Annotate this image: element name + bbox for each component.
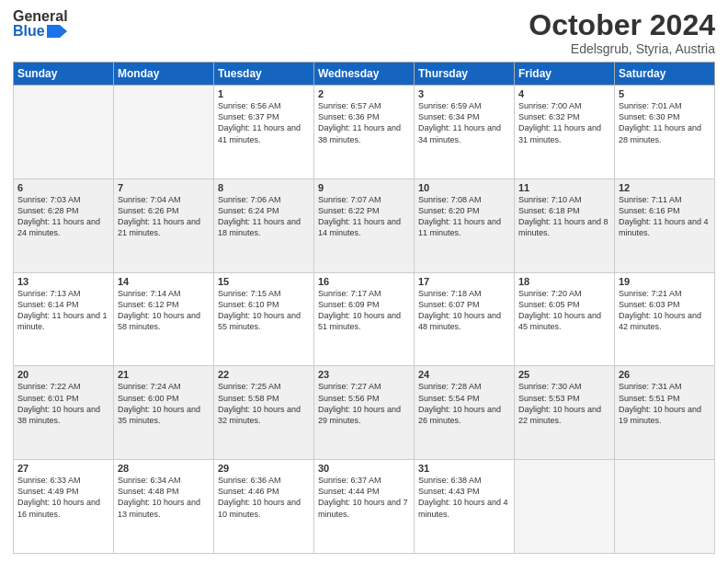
day-info: Sunrise: 7:15 AM Sunset: 6:10 PM Dayligh… — [218, 288, 310, 333]
calendar-cell — [615, 460, 715, 554]
calendar-cell: 12Sunrise: 7:11 AM Sunset: 6:16 PM Dayli… — [615, 178, 715, 272]
month-title: October 2024 — [529, 9, 715, 41]
calendar-cell: 2Sunrise: 6:57 AM Sunset: 6:36 PM Daylig… — [314, 86, 415, 179]
day-info: Sunrise: 7:17 AM Sunset: 6:09 PM Dayligh… — [318, 288, 410, 333]
day-info: Sunrise: 7:22 AM Sunset: 6:01 PM Dayligh… — [17, 381, 109, 426]
day-number: 26 — [619, 369, 711, 380]
day-header-wednesday: Wednesday — [314, 63, 415, 86]
day-number: 6 — [17, 182, 109, 193]
day-info: Sunrise: 6:34 AM Sunset: 4:48 PM Dayligh… — [118, 475, 210, 520]
calendar-cell: 16Sunrise: 7:17 AM Sunset: 6:09 PM Dayli… — [314, 272, 415, 366]
day-number: 9 — [318, 182, 410, 193]
calendar-cell: 5Sunrise: 7:01 AM Sunset: 6:30 PM Daylig… — [615, 86, 715, 179]
day-number: 7 — [118, 182, 210, 193]
logo-general: General — [13, 9, 68, 24]
day-number: 13 — [17, 276, 109, 287]
calendar-cell: 3Sunrise: 6:59 AM Sunset: 6:34 PM Daylig… — [415, 86, 515, 179]
calendar-cell — [114, 86, 214, 179]
calendar-cell: 29Sunrise: 6:36 AM Sunset: 4:46 PM Dayli… — [214, 460, 314, 554]
day-number: 29 — [218, 463, 310, 474]
day-number: 30 — [318, 463, 410, 474]
day-number: 23 — [318, 369, 410, 380]
day-number: 14 — [118, 276, 210, 287]
calendar-cell: 10Sunrise: 7:08 AM Sunset: 6:20 PM Dayli… — [415, 178, 515, 272]
day-number: 27 — [17, 463, 109, 474]
day-number: 3 — [418, 88, 510, 99]
calendar-cell: 6Sunrise: 7:03 AM Sunset: 6:28 PM Daylig… — [14, 178, 114, 272]
day-header-thursday: Thursday — [415, 63, 515, 86]
day-info: Sunrise: 7:08 AM Sunset: 6:20 PM Dayligh… — [418, 194, 510, 239]
day-info: Sunrise: 6:59 AM Sunset: 6:34 PM Dayligh… — [418, 100, 510, 145]
page: General Blue October 2024 Edelsgrub, Sty… — [0, 0, 728, 563]
day-header-saturday: Saturday — [615, 63, 715, 86]
calendar-cell: 26Sunrise: 7:31 AM Sunset: 5:51 PM Dayli… — [615, 366, 715, 460]
day-info: Sunrise: 7:04 AM Sunset: 6:26 PM Dayligh… — [118, 194, 210, 239]
calendar-cell: 20Sunrise: 7:22 AM Sunset: 6:01 PM Dayli… — [14, 366, 114, 460]
calendar-cell: 9Sunrise: 7:07 AM Sunset: 6:22 PM Daylig… — [314, 178, 415, 272]
day-number: 24 — [418, 369, 510, 380]
day-info: Sunrise: 7:07 AM Sunset: 6:22 PM Dayligh… — [318, 194, 410, 239]
calendar-cell: 18Sunrise: 7:20 AM Sunset: 6:05 PM Dayli… — [515, 272, 615, 366]
logo-blue: Blue — [13, 24, 45, 39]
location: Edelsgrub, Styria, Austria — [529, 41, 715, 56]
calendar-cell: 28Sunrise: 6:34 AM Sunset: 4:48 PM Dayli… — [114, 460, 214, 554]
logo-icon — [47, 25, 67, 38]
day-header-sunday: Sunday — [14, 63, 114, 86]
day-number: 19 — [619, 276, 711, 287]
calendar-cell: 19Sunrise: 7:21 AM Sunset: 6:03 PM Dayli… — [615, 272, 715, 366]
day-number: 5 — [619, 88, 711, 99]
day-info: Sunrise: 7:20 AM Sunset: 6:05 PM Dayligh… — [518, 288, 610, 333]
calendar-cell: 27Sunrise: 6:33 AM Sunset: 4:49 PM Dayli… — [14, 460, 114, 554]
day-number: 11 — [518, 182, 610, 193]
day-info: Sunrise: 7:27 AM Sunset: 5:56 PM Dayligh… — [318, 381, 410, 426]
day-info: Sunrise: 6:56 AM Sunset: 6:37 PM Dayligh… — [218, 100, 310, 145]
day-info: Sunrise: 7:18 AM Sunset: 6:07 PM Dayligh… — [418, 288, 510, 333]
calendar-cell: 4Sunrise: 7:00 AM Sunset: 6:32 PM Daylig… — [515, 86, 615, 179]
calendar-cell: 24Sunrise: 7:28 AM Sunset: 5:54 PM Dayli… — [415, 366, 515, 460]
day-number: 2 — [318, 88, 410, 99]
day-number: 16 — [318, 276, 410, 287]
calendar-cell: 31Sunrise: 6:38 AM Sunset: 4:43 PM Dayli… — [415, 460, 515, 554]
calendar-cell: 1Sunrise: 6:56 AM Sunset: 6:37 PM Daylig… — [214, 86, 314, 179]
day-info: Sunrise: 7:03 AM Sunset: 6:28 PM Dayligh… — [17, 194, 109, 239]
day-info: Sunrise: 7:24 AM Sunset: 6:00 PM Dayligh… — [118, 381, 210, 426]
day-info: Sunrise: 7:11 AM Sunset: 6:16 PM Dayligh… — [619, 194, 711, 239]
calendar-cell — [14, 86, 114, 179]
title-block: October 2024 Edelsgrub, Styria, Austria — [529, 9, 715, 56]
day-header-monday: Monday — [114, 63, 214, 86]
day-info: Sunrise: 7:01 AM Sunset: 6:30 PM Dayligh… — [619, 100, 711, 145]
day-info: Sunrise: 6:37 AM Sunset: 4:44 PM Dayligh… — [318, 475, 410, 520]
day-header-tuesday: Tuesday — [214, 63, 314, 86]
day-info: Sunrise: 7:13 AM Sunset: 6:14 PM Dayligh… — [17, 288, 109, 333]
day-info: Sunrise: 6:36 AM Sunset: 4:46 PM Dayligh… — [218, 475, 310, 520]
calendar-cell: 25Sunrise: 7:30 AM Sunset: 5:53 PM Dayli… — [515, 366, 615, 460]
day-number: 8 — [218, 182, 310, 193]
calendar-cell: 11Sunrise: 7:10 AM Sunset: 6:18 PM Dayli… — [515, 178, 615, 272]
calendar-cell: 13Sunrise: 7:13 AM Sunset: 6:14 PM Dayli… — [14, 272, 114, 366]
day-header-friday: Friday — [515, 63, 615, 86]
day-info: Sunrise: 7:25 AM Sunset: 5:58 PM Dayligh… — [218, 381, 310, 426]
calendar-cell — [515, 460, 615, 554]
day-number: 17 — [418, 276, 510, 287]
day-info: Sunrise: 7:31 AM Sunset: 5:51 PM Dayligh… — [619, 381, 711, 426]
day-number: 1 — [218, 88, 310, 99]
calendar-table: SundayMondayTuesdayWednesdayThursdayFrid… — [13, 62, 715, 554]
day-info: Sunrise: 6:33 AM Sunset: 4:49 PM Dayligh… — [17, 475, 109, 520]
day-info: Sunrise: 7:28 AM Sunset: 5:54 PM Dayligh… — [418, 381, 510, 426]
calendar-cell: 21Sunrise: 7:24 AM Sunset: 6:00 PM Dayli… — [114, 366, 214, 460]
day-info: Sunrise: 7:10 AM Sunset: 6:18 PM Dayligh… — [518, 194, 610, 239]
day-number: 18 — [518, 276, 610, 287]
calendar-cell: 22Sunrise: 7:25 AM Sunset: 5:58 PM Dayli… — [214, 366, 314, 460]
day-number: 21 — [118, 369, 210, 380]
day-info: Sunrise: 7:06 AM Sunset: 6:24 PM Dayligh… — [218, 194, 310, 239]
day-info: Sunrise: 7:00 AM Sunset: 6:32 PM Dayligh… — [518, 100, 610, 145]
day-number: 12 — [619, 182, 711, 193]
day-number: 22 — [218, 369, 310, 380]
day-info: Sunrise: 6:38 AM Sunset: 4:43 PM Dayligh… — [418, 475, 510, 520]
calendar-cell: 8Sunrise: 7:06 AM Sunset: 6:24 PM Daylig… — [214, 178, 314, 272]
day-number: 15 — [218, 276, 310, 287]
day-number: 4 — [518, 88, 610, 99]
day-info: Sunrise: 6:57 AM Sunset: 6:36 PM Dayligh… — [318, 100, 410, 145]
day-number: 31 — [418, 463, 510, 474]
day-info: Sunrise: 7:21 AM Sunset: 6:03 PM Dayligh… — [619, 288, 711, 333]
